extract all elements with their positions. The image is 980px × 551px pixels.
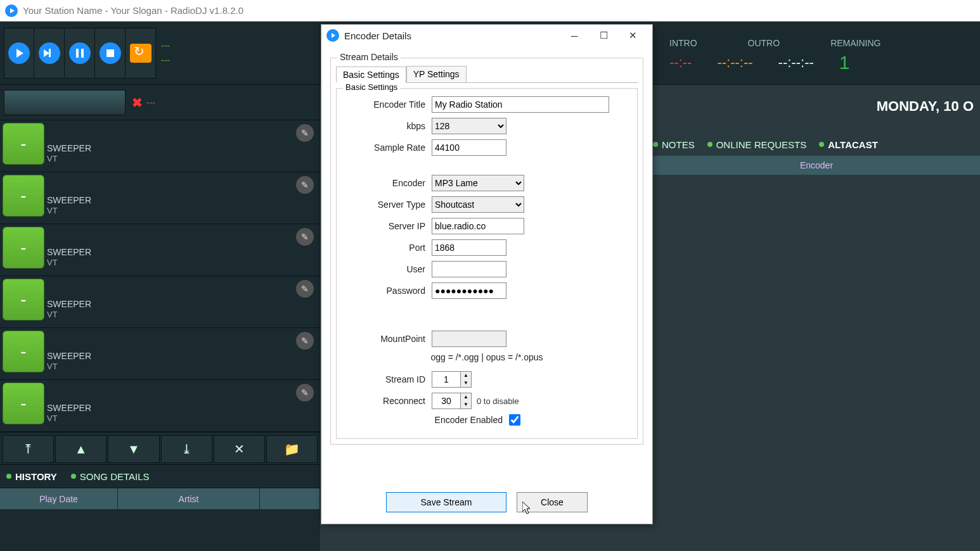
encoder-enabled-label: Encoder Enabled [343,415,509,425]
mountpoint-input[interactable] [432,331,506,347]
mountpoint-label: MountPoint [343,334,432,344]
stream-id-stepper[interactable]: ▲▼ [432,371,472,388]
playlist-row[interactable]: - SWEEPER VT ✎ [0,120,320,172]
reconnect-label: Reconnect [343,396,432,406]
move-top-button[interactable]: ⤒ [3,435,54,463]
tab-history[interactable]: HISTORY [6,471,57,482]
bottom-tabs: HISTORY SONG DETAILS [0,465,320,488]
password-label: Password [343,286,432,296]
col-play-date[interactable]: Play Date [0,488,118,509]
stream-id-input[interactable] [432,371,461,388]
playlist-sub: VT [47,154,91,164]
countdown-big: 1 [839,52,850,73]
next-icon [39,42,60,64]
spin-up-icon[interactable]: ▲ [461,393,471,401]
settings-tabs: Basic Settings YP Settings [336,66,638,83]
playlist-edit-button[interactable]: ✎ [296,228,314,246]
history-table-header: Play Date Artist [0,488,320,509]
playlist-meta: SWEEPER VT [47,172,91,224]
tab-yp-settings[interactable]: YP Settings [406,66,467,82]
move-up-button[interactable]: ▲ [55,435,106,463]
encoder-select[interactable]: MP3 Lame [432,175,524,191]
tab-song-details[interactable]: SONG DETAILS [71,471,150,482]
recycle-button[interactable] [126,28,156,79]
server-type-select[interactable]: Shoutcast [432,196,524,213]
maximize-button[interactable]: ☐ [589,26,618,45]
playlist-type: SWEEPER [47,247,91,258]
reconnect-stepper[interactable]: ▲▼ [432,393,472,409]
close-window-button[interactable]: ✕ [618,26,647,45]
server-ip-input[interactable] [432,218,524,234]
playlist-badge: - [3,279,44,320]
timing-labels: INTRO OUTRO REMAINING [657,32,980,54]
encoder-enabled-checkbox[interactable] [509,414,520,426]
pause-button[interactable] [65,28,95,79]
reconnect-input[interactable] [432,393,461,409]
encoder-details-dialog: Encoder Details ─ ☐ ✕ Stream Details Bas… [321,24,653,524]
col-artist[interactable]: Artist [118,488,260,509]
password-input[interactable] [432,282,506,299]
intro-time: --:-- [669,54,692,71]
minimize-button[interactable]: ─ [560,26,589,45]
stream-details-group: Stream Details Basic Settings YP Setting… [330,58,643,445]
spin-up-icon[interactable]: ▲ [461,372,471,379]
playlist-edit-button[interactable]: ✎ [296,176,314,194]
port-input[interactable] [432,239,506,256]
playlist-sub: VT [47,258,91,268]
sample-rate-input[interactable] [432,139,506,156]
stop-button[interactable] [95,28,126,79]
move-down-button[interactable]: ▼ [108,435,159,463]
playlist-edit-button[interactable]: ✎ [296,124,314,142]
playlist-row[interactable]: - SWEEPER VT ✎ [0,172,320,224]
play-button[interactable] [4,28,34,79]
open-folder-button[interactable]: 📁 [266,435,318,463]
stream-id-label: Stream ID [343,374,432,384]
playlist-edit-button[interactable]: ✎ [296,332,314,350]
dialog-icon [326,29,339,42]
save-stream-button[interactable]: Save Stream [386,492,506,512]
playlist-badge: - [3,331,44,372]
window-title: Your Station Name - Your Slogan - RadioD… [23,5,243,16]
right-tabs: NOTES ONLINE REQUESTS ALTACAST [653,133,980,156]
playlist-toolbar: ⤒▲▼⤓✕📁 [0,432,320,465]
kbps-select[interactable]: 128 [432,118,506,134]
recycle-icon [130,44,152,63]
tab-notes[interactable]: NOTES [653,139,695,150]
spin-down-icon[interactable]: ▼ [461,379,471,387]
playlist: - SWEEPER VT ✎ - SWEEPER VT ✎ - SWEEPER … [0,120,320,432]
shuffle-button[interactable]: ✕ [214,435,265,463]
dialog-titlebar[interactable]: Encoder Details ─ ☐ ✕ [321,25,652,46]
mountpoint-hint: ogg = /*.ogg | opus = /*.opus [343,352,631,362]
user-input[interactable] [432,261,506,277]
tab-online-requests[interactable]: ONLINE REQUESTS [707,139,807,150]
playlist-sub: VT [47,206,91,216]
playlist-row[interactable]: - SWEEPER VT ✎ [0,328,320,380]
playlist-row[interactable]: - SWEEPER VT ✎ [0,224,320,276]
col-empty [260,488,320,509]
play-icon [8,42,30,64]
playlist-row[interactable]: - SWEEPER VT ✎ [0,380,320,432]
playlist-edit-button[interactable]: ✎ [296,384,314,402]
encoder-title-input[interactable] [432,96,609,113]
encoder-column-header: Encoder [653,156,980,175]
next-button[interactable] [34,28,65,79]
outro-time: --:--:-- [717,54,752,71]
move-bottom-button[interactable]: ⤓ [161,435,212,463]
playlist-edit-button[interactable]: ✎ [296,280,314,298]
tab-altacast[interactable]: ALTACAST [819,139,878,150]
waveform-clear-icon[interactable]: ✖ [132,95,143,110]
dot-icon [653,142,658,147]
stop-icon [100,42,121,64]
timing-values: --:-- --:--:-- --:--:-- 1 [657,52,980,73]
playlist-sub: VT [47,414,91,424]
close-button[interactable]: Close [517,492,588,512]
playlist-type: SWEEPER [47,351,91,362]
outro-label: OUTRO [748,38,780,48]
playlist-row[interactable]: - SWEEPER VT ✎ [0,276,320,328]
tab-basic-settings[interactable]: Basic Settings [336,66,406,83]
transport-readout: --- --- [161,39,170,67]
reconnect-hint: 0 to disable [477,396,519,406]
waveform-strip: ✖ --- [0,85,320,120]
spin-down-icon[interactable]: ▼ [461,401,471,408]
dialog-body: Stream Details Basic Settings YP Setting… [321,46,652,450]
